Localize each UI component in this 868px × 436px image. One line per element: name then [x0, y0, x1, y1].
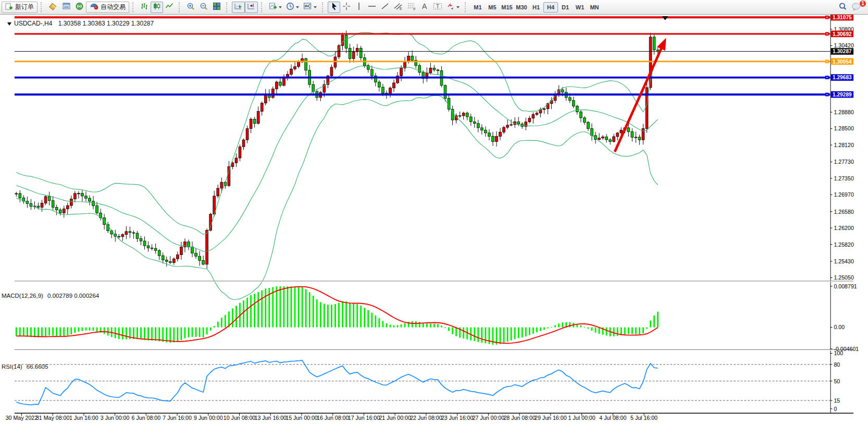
zoom-out-button[interactable] — [197, 2, 210, 13]
timeframe-button-M1[interactable]: M1 — [470, 2, 485, 13]
signals-icon — [75, 2, 84, 12]
price-axis-tick: 1.27350 — [834, 175, 853, 181]
toolbar-separator — [132, 2, 136, 13]
arrows-button[interactable] — [444, 2, 462, 13]
macd-indicator-label: MACD(12,26,9) 0.002789 0.000264 — [2, 293, 99, 299]
price-axis-tick: 1.27730 — [834, 159, 853, 165]
price-axis-tick: 1.28880 — [834, 109, 853, 115]
trendline-button[interactable] — [379, 2, 391, 13]
horizontal-line-button[interactable] — [365, 2, 379, 13]
new-order-label: 新订单 — [15, 3, 34, 11]
timeframe-group: M1M5M15M30H1H4D1W1MN — [470, 2, 602, 13]
text-icon: A — [421, 2, 428, 12]
price-axis-tick: 1.26580 — [834, 209, 853, 215]
market-watch-icon — [48, 2, 58, 12]
price-axis-tick: 1.25050 — [834, 274, 853, 281]
data-window-icon — [62, 2, 71, 12]
add-indicator-button[interactable] — [267, 2, 284, 13]
chevron-down-icon — [456, 6, 460, 8]
time-axis-label: 31 May 08:00 — [36, 415, 69, 421]
auto-scroll-button[interactable] — [232, 2, 245, 13]
time-axis-label: 5 Jul 16:00 — [630, 415, 658, 421]
new-order-button[interactable]: 新订单 — [2, 2, 38, 13]
crosshair-button[interactable] — [340, 2, 353, 13]
rsi-axis-tick: 15 — [834, 397, 840, 404]
timeframe-button-H1[interactable]: H1 — [529, 2, 543, 13]
price-tag-value: 1.30287 — [833, 49, 852, 54]
time-axis-label: 1 Jul 00:00 — [568, 415, 596, 421]
timeframe-button-MN[interactable]: MN — [587, 2, 602, 13]
time-axis-label: 3 Jun 00:00 — [101, 415, 130, 421]
chart-title: USDCAD-,H4 1.30358 1.30363 1.30229 1.302… — [7, 20, 154, 27]
price-axis-tick: 1.26970 — [834, 191, 853, 198]
data-window-button[interactable] — [60, 2, 73, 13]
notifications-button[interactable]: 1 — [849, 2, 863, 13]
price-axis-tick: 1.28500 — [834, 125, 853, 131]
auto-trading-icon — [90, 2, 98, 12]
signals-button[interactable] — [73, 2, 86, 13]
rsi-indicator-label: RSI(14) 66.6605 — [2, 364, 48, 370]
bar-chart-button[interactable] — [138, 2, 151, 13]
market-watch-button[interactable] — [46, 2, 60, 13]
timeframe-button-W1[interactable]: W1 — [573, 2, 587, 13]
panel-separator[interactable] — [15, 349, 853, 350]
panel-separator[interactable] — [15, 281, 853, 281]
time-axis-label: 23 Jun 16:00 — [441, 415, 474, 421]
timeframe-button-H4[interactable]: H4 — [543, 2, 558, 13]
templates-icon — [303, 2, 312, 12]
timeframe-button-M30[interactable]: M30 — [514, 2, 529, 13]
toolbar-separator — [322, 2, 326, 13]
chart-shift-button[interactable] — [245, 2, 258, 13]
templates-button[interactable] — [301, 2, 319, 13]
search-button[interactable] — [836, 2, 849, 13]
zoom-in-button[interactable] — [184, 2, 197, 13]
time-axis-label: 21 Jun 00:00 — [379, 415, 411, 421]
chart-background — [15, 15, 853, 422]
equidistant-channel-button[interactable]: E — [391, 2, 405, 13]
text-button[interactable]: A — [418, 2, 431, 13]
timeframe-button-M5[interactable]: M5 — [485, 2, 500, 13]
price-tag-value: 1.30054 — [833, 59, 852, 65]
fibonacci-icon: F — [407, 2, 416, 12]
cursor-icon — [330, 2, 338, 12]
price-axis-tick: 1.25430 — [834, 258, 853, 264]
timeframe-button-M15[interactable]: M15 — [500, 2, 514, 13]
time-axis-label: 13 Jun 16:00 — [255, 415, 287, 421]
price-axis-tick: 1.25820 — [834, 241, 853, 248]
text-label-button[interactable]: T — [431, 2, 444, 13]
auto-scroll-icon — [234, 2, 243, 12]
chevron-down-icon — [296, 6, 299, 8]
toolbar-separator — [261, 2, 265, 13]
bar-chart-icon — [140, 2, 148, 12]
text-label-icon: T — [433, 2, 442, 12]
timeframe-button-D1[interactable]: D1 — [558, 2, 573, 13]
rsi-axis-tick: 100 — [834, 350, 843, 356]
macd-current-values: 0.002789 0.000264 — [47, 293, 99, 299]
auto-trading-button[interactable]: 自动交易 — [86, 2, 129, 13]
candlestick-chart-button[interactable] — [151, 2, 163, 13]
fibonacci-button[interactable]: F — [405, 2, 418, 13]
chevron-down-icon — [279, 6, 282, 8]
vertical-line-button[interactable] — [353, 2, 365, 13]
auto-trading-label: 自动交易 — [101, 3, 126, 11]
macd-axis-tick: 0.00 — [834, 324, 845, 330]
tile-windows-icon — [213, 2, 221, 12]
chevron-down-icon — [314, 6, 317, 8]
time-axis-label: 10 Jun 08:00 — [224, 415, 256, 421]
chart-shift-icon — [247, 2, 256, 12]
line-chart-button[interactable] — [163, 2, 176, 13]
cursor-button[interactable] — [328, 2, 340, 13]
time-axis-label: 28 Jun 08:00 — [503, 415, 536, 421]
periods-button[interactable] — [284, 2, 301, 13]
toolbar-separator — [41, 2, 44, 13]
time-axis-label: 16 Jun 08:00 — [317, 415, 349, 421]
chart-ohlc-values: 1.30358 1.30363 1.30229 1.30287 — [58, 20, 154, 27]
price-axis-tick: 1.30420 — [834, 42, 853, 49]
main-chart[interactable]: 1.308001.304201.288801.285001.281201.277… — [0, 15, 868, 436]
equidistant-channel-icon: E — [393, 2, 403, 12]
rsi-axis-tick: 50 — [834, 378, 840, 384]
crosshair-icon — [342, 2, 351, 12]
tile-windows-button[interactable] — [210, 2, 223, 13]
toolbar-separator — [226, 2, 230, 13]
toolbar-separator — [465, 2, 468, 13]
